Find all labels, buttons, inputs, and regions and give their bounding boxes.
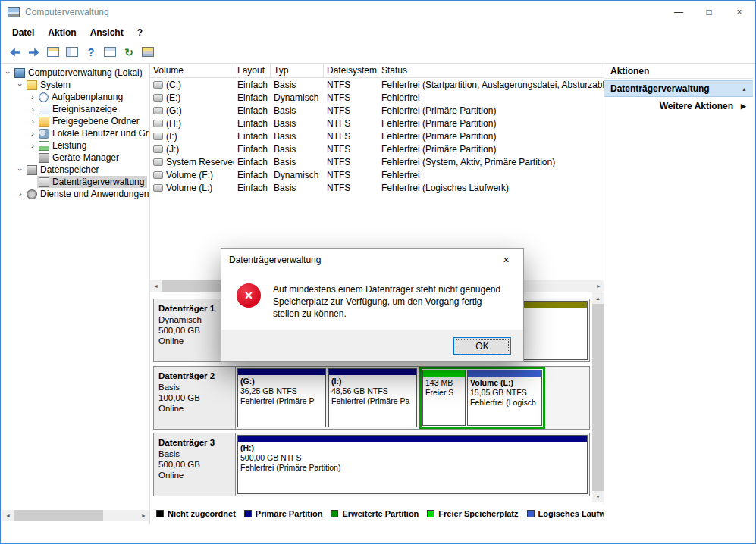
column-header-typ[interactable]: Typ bbox=[271, 64, 324, 77]
disk-3-label[interactable]: Datenträger 3 Basis 500,00 GB Online bbox=[154, 433, 236, 496]
volume-row-h[interactable]: (H:) Einfach Basis NTFS Fehlerfrei (Prim… bbox=[150, 117, 604, 130]
volume-layout: Einfach bbox=[234, 118, 271, 129]
disk-size: 100,00 GB bbox=[158, 392, 231, 403]
chevron-expanded-icon[interactable]: › bbox=[16, 80, 25, 89]
tree-item-label: Aufgabenplanung bbox=[52, 92, 123, 102]
partition-h-block[interactable]: (H:) 500,00 GB NTFS Fehlerfrei (Primäre … bbox=[237, 435, 588, 494]
chevron-collapsed-icon[interactable]: › bbox=[28, 117, 37, 126]
scroll-left-icon[interactable]: ◄ bbox=[150, 280, 162, 292]
sidebar-item-freigegebene-ordner[interactable]: › Freigegebene Ordner bbox=[2, 115, 149, 127]
sidebar-item-geraete-manager[interactable]: Geräte-Manager bbox=[2, 152, 149, 164]
sidebar-item-datenspeicher[interactable]: › Datenspeicher bbox=[2, 164, 149, 176]
chevron-collapsed-icon[interactable]: › bbox=[28, 129, 37, 138]
export-list-icon[interactable] bbox=[46, 46, 60, 58]
sidebar-item-dienste-und-anwendungen[interactable]: › Dienste und Anwendungen bbox=[2, 188, 149, 200]
volume-row-i[interactable]: (I:) Einfach Basis NTFS Fehlerfrei (Prim… bbox=[150, 130, 604, 142]
extended-partition-color-swatch bbox=[331, 510, 338, 517]
chevron-expanded-icon[interactable]: › bbox=[4, 68, 13, 77]
partition-i-block[interactable]: (I:) 48,56 GB NTFS Fehlerfrei (Primäre P… bbox=[328, 368, 417, 427]
partition-title: Volume (L:) bbox=[470, 378, 539, 388]
titlebar[interactable]: Computerverwaltung — □ × bbox=[1, 1, 755, 23]
volume-filesystem: NTFS bbox=[324, 144, 378, 155]
sidebar-item-datentraegerverwaltung[interactable]: Datenträgerverwaltung bbox=[2, 176, 149, 188]
sidebar-item-leistung[interactable]: › Leistung bbox=[2, 139, 149, 152]
users-icon bbox=[39, 129, 49, 139]
chevron-collapsed-icon[interactable]: › bbox=[16, 189, 25, 199]
volume-row-f[interactable]: Volume (F:) Einfach Dynamisch NTFS Fehle… bbox=[150, 168, 604, 181]
more-actions-item[interactable]: Weitere Aktionen ▶ bbox=[604, 97, 753, 115]
computer-icon bbox=[14, 68, 25, 78]
dialog-titlebar[interactable]: Datenträgerverwaltung × bbox=[221, 249, 523, 271]
volume-row-l[interactable]: Volume (L:) Einfach Basis NTFS Fehlerfre… bbox=[150, 181, 604, 194]
volume-name: System Reserved bbox=[166, 157, 234, 167]
volume-icon bbox=[153, 81, 163, 89]
scroll-down-icon[interactable]: ▼ bbox=[592, 491, 604, 502]
action-pane-icon[interactable] bbox=[141, 46, 155, 58]
show-console-tree-icon[interactable] bbox=[65, 46, 79, 58]
volume-typ: Basis bbox=[271, 131, 324, 142]
actions-section-datentraegerverwaltung[interactable]: Datenträgerverwaltung ▲ bbox=[604, 80, 753, 97]
collapse-chevron-icon[interactable]: ▲ bbox=[742, 86, 747, 92]
back-icon[interactable] bbox=[8, 46, 22, 58]
column-header-dateisystem[interactable]: Dateisystem bbox=[324, 64, 378, 77]
volume-table-header: Volume Layout Typ Dateisystem Status bbox=[150, 64, 604, 78]
sidebar-item-ereignisanzeige[interactable]: › Ereignisanzeige bbox=[2, 103, 149, 115]
chevron-collapsed-icon[interactable]: › bbox=[28, 105, 37, 114]
sidebar-item-computerverwaltung-lokal[interactable]: › Computerverwaltung (Lokal) bbox=[2, 67, 149, 79]
scrollbar-thumb[interactable] bbox=[592, 304, 604, 491]
column-header-status[interactable]: Status bbox=[378, 64, 604, 77]
sidebar-item-aufgabenplanung[interactable]: › Aufgabenplanung bbox=[2, 91, 149, 103]
primary-partition-strip bbox=[238, 436, 587, 442]
volume-typ: Basis bbox=[271, 118, 324, 129]
tree-horizontal-scrollbar[interactable]: ◄ ► bbox=[2, 510, 149, 521]
menu-aktion[interactable]: Aktion bbox=[41, 25, 83, 40]
disk-2-row: Datenträger 2 Basis 100,00 GB Online (G:… bbox=[153, 366, 590, 430]
volume-filesystem: NTFS bbox=[324, 131, 378, 142]
actions-section-label: Datenträgerverwaltung bbox=[610, 83, 710, 94]
minimize-button[interactable]: — bbox=[663, 1, 694, 23]
help-icon[interactable]: ? bbox=[84, 46, 98, 58]
scroll-left-icon[interactable]: ◄ bbox=[2, 510, 14, 521]
free-space-block[interactable]: 143 MB Freier S bbox=[422, 370, 466, 426]
column-header-layout[interactable]: Layout bbox=[234, 64, 271, 77]
free-space-size: 143 MB bbox=[425, 378, 463, 388]
scroll-right-icon[interactable]: ► bbox=[593, 280, 604, 292]
partition-size: 500,00 GB NTFS bbox=[240, 453, 585, 463]
volume-row-g[interactable]: (G:) Einfach Basis NTFS Fehlerfrei (Prim… bbox=[150, 104, 604, 117]
free-space-color-swatch bbox=[427, 510, 434, 517]
tree-item-label: Dienste und Anwendungen bbox=[40, 189, 149, 199]
sidebar-item-lokale-benutzer[interactable]: › Lokale Benutzer und Gru bbox=[2, 127, 149, 139]
volume-row-system-reserved[interactable]: System Reserved Einfach Basis NTFS Fehle… bbox=[150, 155, 604, 168]
chevron-collapsed-icon[interactable]: › bbox=[28, 141, 37, 150]
properties-icon[interactable] bbox=[103, 46, 117, 58]
scrollbar-track[interactable] bbox=[103, 510, 138, 521]
chevron-collapsed-icon[interactable]: › bbox=[28, 92, 37, 102]
menu-hilfe[interactable]: ? bbox=[130, 25, 149, 40]
dialog-close-icon[interactable]: × bbox=[489, 249, 523, 271]
forward-icon[interactable] bbox=[27, 46, 41, 58]
volume-row-c[interactable]: (C:) Einfach Basis NTFS Fehlerfrei (Star… bbox=[150, 78, 604, 91]
volume-row-e[interactable]: (E:) Einfach Dynamisch NTFS Fehlerfrei bbox=[150, 91, 604, 104]
close-button[interactable]: × bbox=[724, 1, 754, 23]
scrollbar-thumb[interactable] bbox=[14, 510, 103, 521]
disk-2-label[interactable]: Datenträger 2 Basis 100,00 GB Online bbox=[154, 367, 236, 429]
volume-row-j[interactable]: (J:) Einfach Basis NTFS Fehlerfrei (Prim… bbox=[150, 142, 604, 155]
refresh-icon[interactable]: ↻ bbox=[122, 46, 136, 58]
ok-button[interactable]: OK bbox=[453, 337, 511, 355]
disk-view-vertical-scrollbar[interactable]: ▲ ▼ bbox=[592, 292, 604, 502]
column-header-volume[interactable]: Volume bbox=[150, 64, 234, 77]
volume-l-block[interactable]: Volume (L:) 15,05 GB NTFS Fehlerfrei (Lo… bbox=[467, 370, 542, 426]
scroll-right-icon[interactable]: ► bbox=[138, 510, 149, 521]
scroll-up-icon[interactable]: ▲ bbox=[592, 292, 604, 304]
sidebar-item-system[interactable]: › System bbox=[2, 79, 149, 91]
legend-item: Erweiterte Partition bbox=[331, 509, 419, 518]
partition-g-block[interactable]: (G:) 36,25 GB NTFS Fehlerfrei (Primäre P bbox=[237, 368, 326, 427]
menu-ansicht[interactable]: Ansicht bbox=[83, 25, 130, 40]
maximize-button[interactable]: □ bbox=[694, 1, 724, 23]
menu-datei[interactable]: Datei bbox=[5, 25, 41, 40]
dialog-footer: OK bbox=[221, 330, 523, 361]
volume-icon bbox=[153, 107, 163, 114]
volume-name: Volume (L:) bbox=[166, 183, 212, 193]
chevron-expanded-icon[interactable]: › bbox=[16, 165, 25, 174]
volume-name: (C:) bbox=[166, 80, 181, 90]
